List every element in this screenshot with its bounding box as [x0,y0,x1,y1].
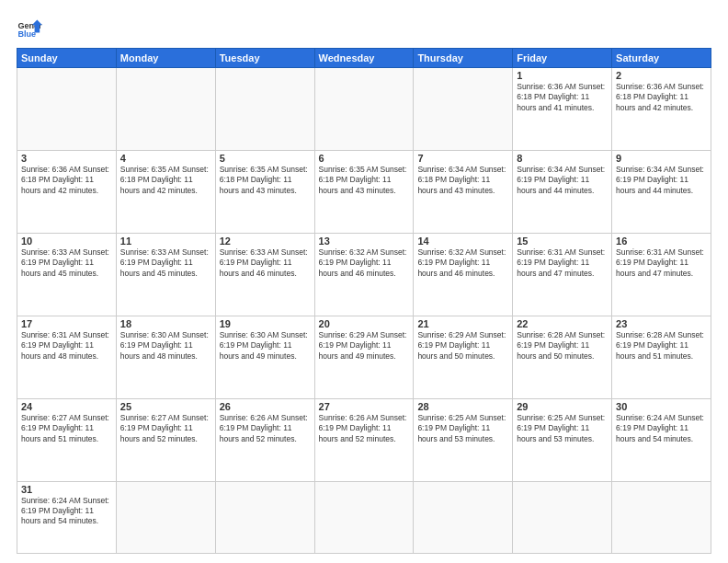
day-info: Sunrise: 6:30 AM Sunset: 6:19 PM Dayligh… [220,330,311,362]
day-number: 11 [120,236,211,247]
logo: General Blue [17,15,42,40]
day-info: Sunrise: 6:33 AM Sunset: 6:19 PM Dayligh… [21,247,112,279]
calendar-week-row: 10Sunrise: 6:33 AM Sunset: 6:19 PM Dayli… [17,233,711,316]
calendar-cell: 13Sunrise: 6:32 AM Sunset: 6:19 PM Dayli… [314,233,414,316]
calendar-cell: 15Sunrise: 6:31 AM Sunset: 6:19 PM Dayli… [513,233,612,316]
calendar-cell [215,68,314,151]
calendar-cell: 27Sunrise: 6:26 AM Sunset: 6:19 PM Dayli… [314,398,414,481]
generalblue-logo-icon: General Blue [17,15,42,40]
calendar-cell [314,481,414,553]
weekday-header-sunday: Sunday [17,49,117,68]
calendar-cell: 24Sunrise: 6:27 AM Sunset: 6:19 PM Dayli… [17,398,117,481]
day-info: Sunrise: 6:30 AM Sunset: 6:19 PM Dayligh… [120,330,211,362]
day-number: 30 [616,401,707,412]
day-info: Sunrise: 6:32 AM Sunset: 6:19 PM Dayligh… [319,247,410,279]
calendar-cell: 1Sunrise: 6:36 AM Sunset: 6:18 PM Daylig… [513,68,612,151]
weekday-header-wednesday: Wednesday [314,49,414,68]
day-number: 1 [517,70,608,81]
calendar-cell: 20Sunrise: 6:29 AM Sunset: 6:19 PM Dayli… [314,316,414,398]
day-number: 17 [21,318,112,329]
calendar-cell: 23Sunrise: 6:28 AM Sunset: 6:19 PM Dayli… [612,316,711,398]
weekday-header-tuesday: Tuesday [215,49,314,68]
day-info: Sunrise: 6:34 AM Sunset: 6:18 PM Dayligh… [417,165,508,196]
calendar-week-row: 24Sunrise: 6:27 AM Sunset: 6:19 PM Dayli… [17,398,711,481]
day-info: Sunrise: 6:26 AM Sunset: 6:19 PM Dayligh… [319,413,410,444]
day-info: Sunrise: 6:29 AM Sunset: 6:19 PM Dayligh… [417,330,508,362]
day-number: 19 [220,318,311,329]
calendar-table: SundayMondayTuesdayWednesdayThursdayFrid… [17,48,711,554]
day-info: Sunrise: 6:35 AM Sunset: 6:18 PM Dayligh… [120,165,211,196]
day-info: Sunrise: 6:31 AM Sunset: 6:19 PM Dayligh… [616,247,707,279]
calendar-cell: 26Sunrise: 6:26 AM Sunset: 6:19 PM Dayli… [215,398,314,481]
day-info: Sunrise: 6:29 AM Sunset: 6:19 PM Dayligh… [319,330,410,362]
calendar-cell: 28Sunrise: 6:25 AM Sunset: 6:19 PM Dayli… [414,398,513,481]
calendar-cell [116,68,215,151]
day-info: Sunrise: 6:25 AM Sunset: 6:19 PM Dayligh… [517,413,608,444]
day-info: Sunrise: 6:33 AM Sunset: 6:19 PM Dayligh… [220,247,311,279]
calendar-cell [414,68,513,151]
calendar-cell [314,68,414,151]
calendar-week-row: 17Sunrise: 6:31 AM Sunset: 6:19 PM Dayli… [17,316,711,398]
day-number: 31 [21,484,112,495]
weekday-header-thursday: Thursday [414,49,513,68]
day-number: 4 [120,153,211,164]
calendar-cell: 21Sunrise: 6:29 AM Sunset: 6:19 PM Dayli… [414,316,513,398]
day-number: 12 [220,236,311,247]
calendar-cell: 31Sunrise: 6:24 AM Sunset: 6:19 PM Dayli… [17,481,117,553]
calendar-cell: 10Sunrise: 6:33 AM Sunset: 6:19 PM Dayli… [17,233,117,316]
day-info: Sunrise: 6:36 AM Sunset: 6:18 PM Dayligh… [517,82,608,113]
day-number: 23 [616,318,707,329]
calendar-cell [215,481,314,553]
calendar-cell: 2Sunrise: 6:36 AM Sunset: 6:18 PM Daylig… [612,68,711,151]
calendar-cell: 3Sunrise: 6:36 AM Sunset: 6:18 PM Daylig… [17,150,117,233]
day-info: Sunrise: 6:36 AM Sunset: 6:18 PM Dayligh… [21,165,112,196]
weekday-header-friday: Friday [513,49,612,68]
calendar-cell: 11Sunrise: 6:33 AM Sunset: 6:19 PM Dayli… [116,233,215,316]
day-number: 9 [616,153,707,164]
day-number: 28 [417,401,508,412]
day-number: 27 [319,401,410,412]
day-number: 8 [517,153,608,164]
calendar-cell: 25Sunrise: 6:27 AM Sunset: 6:19 PM Dayli… [116,398,215,481]
calendar-cell: 8Sunrise: 6:34 AM Sunset: 6:19 PM Daylig… [513,150,612,233]
day-info: Sunrise: 6:34 AM Sunset: 6:19 PM Dayligh… [517,165,608,196]
calendar-cell: 12Sunrise: 6:33 AM Sunset: 6:19 PM Dayli… [215,233,314,316]
day-number: 13 [319,236,410,247]
day-number: 2 [616,70,707,81]
calendar-cell: 5Sunrise: 6:35 AM Sunset: 6:18 PM Daylig… [215,150,314,233]
day-info: Sunrise: 6:36 AM Sunset: 6:18 PM Dayligh… [616,82,707,113]
day-number: 14 [417,236,508,247]
calendar-cell [17,68,117,151]
calendar-cell: 6Sunrise: 6:35 AM Sunset: 6:18 PM Daylig… [314,150,414,233]
weekday-header-saturday: Saturday [612,49,711,68]
day-info: Sunrise: 6:27 AM Sunset: 6:19 PM Dayligh… [21,413,112,444]
calendar-cell: 30Sunrise: 6:24 AM Sunset: 6:19 PM Dayli… [612,398,711,481]
calendar-cell [513,481,612,553]
day-number: 5 [220,153,311,164]
day-number: 10 [21,236,112,247]
day-number: 25 [120,401,211,412]
calendar-week-row: 1Sunrise: 6:36 AM Sunset: 6:18 PM Daylig… [17,68,711,151]
day-number: 16 [616,236,707,247]
weekday-header-monday: Monday [116,49,215,68]
day-info: Sunrise: 6:35 AM Sunset: 6:18 PM Dayligh… [220,165,311,196]
day-number: 20 [319,318,410,329]
day-info: Sunrise: 6:24 AM Sunset: 6:19 PM Dayligh… [616,413,707,444]
day-number: 3 [21,153,112,164]
calendar-cell: 14Sunrise: 6:32 AM Sunset: 6:19 PM Dayli… [414,233,513,316]
day-number: 7 [417,153,508,164]
day-number: 22 [517,318,608,329]
calendar-cell: 22Sunrise: 6:28 AM Sunset: 6:19 PM Dayli… [513,316,612,398]
calendar-header-row: SundayMondayTuesdayWednesdayThursdayFrid… [17,49,711,68]
calendar-cell [612,481,711,553]
day-info: Sunrise: 6:24 AM Sunset: 6:19 PM Dayligh… [21,496,112,527]
day-number: 24 [21,401,112,412]
day-info: Sunrise: 6:26 AM Sunset: 6:19 PM Dayligh… [220,413,311,444]
calendar-cell: 9Sunrise: 6:34 AM Sunset: 6:19 PM Daylig… [612,150,711,233]
header: General Blue [17,15,711,40]
day-info: Sunrise: 6:31 AM Sunset: 6:19 PM Dayligh… [21,330,112,362]
calendar-week-row: 31Sunrise: 6:24 AM Sunset: 6:19 PM Dayli… [17,481,711,553]
calendar-cell: 17Sunrise: 6:31 AM Sunset: 6:19 PM Dayli… [17,316,117,398]
day-number: 15 [517,236,608,247]
day-number: 29 [517,401,608,412]
